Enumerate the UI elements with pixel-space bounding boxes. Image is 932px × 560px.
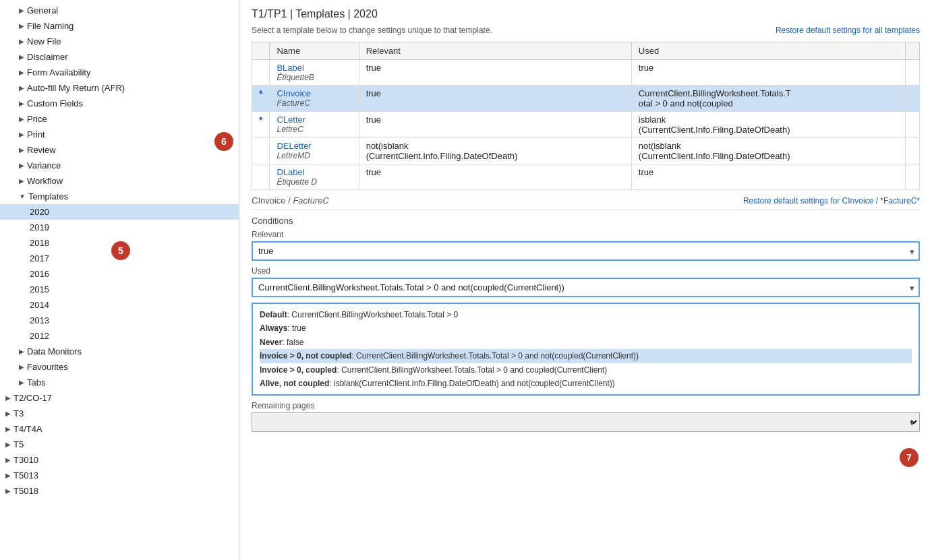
star-cell: * bbox=[252, 112, 270, 138]
remaining-pages-dropdown[interactable] bbox=[252, 412, 920, 432]
table-row[interactable]: DLabel Étiquette D true true bbox=[252, 164, 920, 190]
restore-all-link[interactable]: Restore default settings for all templat… bbox=[776, 26, 920, 35]
relevant-cell: true bbox=[359, 86, 631, 112]
sidebar-item-variance[interactable]: ▶ Variance bbox=[0, 158, 239, 173]
restore-cinvoice-link[interactable]: Restore default settings for CInvoice / … bbox=[743, 196, 920, 206]
arrow-icon: ▶ bbox=[19, 115, 24, 123]
sidebar-label: T4/T4A bbox=[13, 424, 42, 434]
sidebar-label: T2/CO-17 bbox=[13, 393, 52, 403]
hint-always: Always: true bbox=[260, 321, 912, 335]
sidebar-item-tabs[interactable]: ▶ Tabs bbox=[0, 375, 239, 390]
sidebar-item-disclaimer[interactable]: ▶ Disclaimer bbox=[0, 49, 239, 65]
sidebar-label: Print bbox=[27, 129, 45, 139]
col-used: Used bbox=[631, 42, 905, 60]
sidebar-item-t5018[interactable]: ▶ T5018 bbox=[0, 483, 239, 499]
sidebar-item-t4t4a[interactable]: ▶ T4/T4A bbox=[0, 421, 239, 437]
sidebar-item-auto-fill[interactable]: ▶ Auto-fill My Return (AFR) bbox=[0, 80, 239, 96]
sidebar-item-print[interactable]: ▶ Print bbox=[0, 127, 239, 142]
arrow-icon: ▶ bbox=[19, 146, 24, 154]
sidebar-item-t5[interactable]: ▶ T5 bbox=[0, 437, 239, 452]
name-cell: CLetter LettreC bbox=[270, 112, 359, 138]
sidebar-label: 2014 bbox=[30, 300, 49, 310]
relevant-cell: true bbox=[359, 60, 631, 86]
page-title: T1/TP1 | Templates | 2020 bbox=[252, 8, 920, 20]
sidebar-label: T3 bbox=[13, 408, 24, 418]
relevant-cell: not(isblank(CurrentClient.Info.Filing.Da… bbox=[359, 138, 631, 164]
sidebar-label: Favourites bbox=[27, 362, 68, 372]
sidebar-item-2020[interactable]: 2020 bbox=[0, 204, 239, 220]
sidebar-item-data-monitors[interactable]: ▶ Data Monitors bbox=[0, 344, 239, 359]
sidebar-label: New File bbox=[27, 36, 61, 46]
sidebar-item-form-availability[interactable]: ▶ Form Availability bbox=[0, 65, 239, 80]
arrow-icon: ▶ bbox=[19, 69, 24, 76]
sidebar-label: Review bbox=[27, 145, 56, 155]
sidebar-label: Auto-fill My Return (AFR) bbox=[27, 83, 125, 93]
relevant-dropdown[interactable]: true false always bbox=[252, 241, 920, 261]
sidebar-item-review[interactable]: ▶ Review bbox=[0, 142, 239, 158]
sidebar-label: 2012 bbox=[30, 331, 49, 341]
star-cell: * bbox=[252, 86, 270, 112]
sidebar-label: File Naming bbox=[27, 21, 74, 31]
sidebar-item-2014[interactable]: 2014 bbox=[0, 297, 239, 313]
sidebar-item-workflow[interactable]: ▶ Workflow bbox=[0, 173, 239, 189]
sidebar-label: 2016 bbox=[30, 269, 49, 279]
arrow-icon: ▶ bbox=[19, 348, 24, 355]
arrow-icon: ▼ bbox=[19, 193, 26, 200]
scroll-cell bbox=[906, 60, 920, 86]
sidebar-label: Form Availability bbox=[27, 67, 90, 77]
relevant-cell: true bbox=[359, 164, 631, 190]
sidebar-item-general[interactable]: ▶ General bbox=[0, 3, 239, 18]
used-dropdown[interactable]: CurrentClient.BillingWorksheet.Totals.To… bbox=[252, 278, 920, 297]
sidebar-item-t3[interactable]: ▶ T3 bbox=[0, 406, 239, 421]
arrow-icon: ▶ bbox=[5, 441, 11, 448]
star-cell bbox=[252, 164, 270, 190]
sidebar-item-templates[interactable]: ▼ Templates bbox=[0, 189, 239, 204]
sidebar-item-2015[interactable]: 2015 bbox=[0, 282, 239, 297]
relevant-cell: true bbox=[359, 112, 631, 138]
arrow-icon: ▶ bbox=[19, 162, 24, 169]
sidebar-label: T5018 bbox=[13, 486, 38, 496]
remaining-dropdown-wrapper bbox=[252, 412, 920, 432]
sidebar: ▶ General ▶ File Naming ▶ New File ▶ Dis… bbox=[0, 0, 239, 560]
sidebar-item-price[interactable]: ▶ Price bbox=[0, 111, 239, 127]
name-cell: CInvoice FactureC bbox=[270, 86, 359, 112]
arrow-icon: ▶ bbox=[5, 425, 11, 433]
name-cell: DLabel Étiquette D bbox=[270, 164, 359, 190]
arrow-icon: ▶ bbox=[5, 472, 11, 479]
sidebar-item-2016[interactable]: 2016 bbox=[0, 266, 239, 282]
sidebar-label: Tabs bbox=[27, 377, 45, 387]
arrow-icon: ▶ bbox=[5, 456, 11, 464]
table-row[interactable]: * CInvoice FactureC true CurrentClient.B… bbox=[252, 86, 920, 112]
sidebar-label: Price bbox=[27, 114, 47, 124]
sidebar-label: Workflow bbox=[27, 176, 63, 186]
hint-invoice-coupled: Invoice > 0, coupled: CurrentClient.Bill… bbox=[260, 363, 912, 377]
used-field-label: Used bbox=[252, 266, 920, 276]
relevant-dropdown-wrapper: true false always bbox=[252, 241, 920, 261]
sidebar-item-custom-fields[interactable]: ▶ Custom Fields bbox=[0, 96, 239, 111]
table-row[interactable]: BLabel ÉtiquetteB true true bbox=[252, 60, 920, 86]
sidebar-item-t2co17[interactable]: ▶ T2/CO-17 bbox=[0, 390, 239, 406]
name-cell: DELetter LettreMD bbox=[270, 138, 359, 164]
sidebar-item-t3010[interactable]: ▶ T3010 bbox=[0, 452, 239, 468]
sidebar-item-2019[interactable]: 2019 bbox=[0, 220, 239, 235]
sidebar-item-favourites[interactable]: ▶ Favourites bbox=[0, 359, 239, 375]
col-relevant: Relevant bbox=[359, 42, 631, 60]
sidebar-label: Custom Fields bbox=[27, 98, 83, 108]
sidebar-label: 2013 bbox=[30, 315, 49, 325]
sidebar-item-2013[interactable]: 2013 bbox=[0, 313, 239, 328]
hints-box: Default: CurrentClient.BillingWorksheet.… bbox=[252, 303, 920, 396]
sidebar-item-file-naming[interactable]: ▶ File Naming bbox=[0, 18, 239, 34]
hint-alive-not-coupled: Alive, not coupled: isblank(CurrentClien… bbox=[260, 377, 912, 390]
table-row[interactable]: * CLetter LettreC true isblank(CurrentCl… bbox=[252, 112, 920, 138]
sidebar-item-new-file[interactable]: ▶ New File bbox=[0, 34, 239, 49]
sidebar-label: Templates bbox=[28, 191, 68, 201]
table-row[interactable]: DELetter LettreMD not(isblank(CurrentCli… bbox=[252, 138, 920, 164]
arrow-icon: ▶ bbox=[19, 100, 24, 107]
arrow-icon: ▶ bbox=[19, 7, 24, 14]
sidebar-item-2012[interactable]: 2012 bbox=[0, 328, 239, 344]
sidebar-item-2017[interactable]: 2017 bbox=[0, 251, 239, 266]
sidebar-item-2018[interactable]: 2018 bbox=[0, 235, 239, 251]
used-cell: not(isblank(CurrentClient.Info.Filing.Da… bbox=[631, 138, 905, 164]
hint-invoice-not-coupled[interactable]: Invoice > 0, not coupled: CurrentClient.… bbox=[260, 349, 912, 363]
sidebar-item-t5013[interactable]: ▶ T5013 bbox=[0, 468, 239, 483]
